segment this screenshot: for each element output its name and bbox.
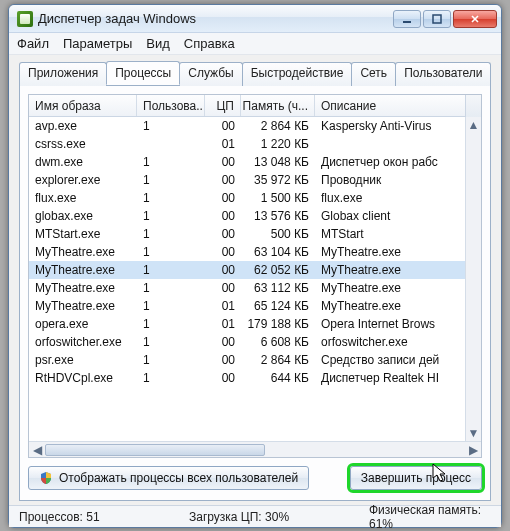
menu-file[interactable]: Файл — [17, 36, 49, 51]
horizontal-scrollbar[interactable]: ◀ ▶ — [29, 441, 481, 457]
cell-cpu: 00 — [205, 371, 241, 385]
cell-cpu: 00 — [205, 227, 241, 241]
col-image[interactable]: Имя образа — [29, 95, 137, 116]
cell-mem: 13 576 КБ — [241, 209, 315, 223]
col-user[interactable]: Пользова... — [137, 95, 205, 116]
cell-desc: flux.exe — [315, 191, 465, 205]
cell-desc: Проводник — [315, 173, 465, 187]
uac-shield-icon — [39, 471, 53, 485]
cell-img: MyTheatre.exe — [29, 281, 137, 295]
cell-desc: Opera Internet Brows — [315, 317, 465, 331]
menu-help[interactable]: Справка — [184, 36, 235, 51]
cell-user: 1 — [137, 281, 205, 295]
cell-cpu: 00 — [205, 281, 241, 295]
cell-mem: 2 864 КБ — [241, 119, 315, 133]
status-cpu: Загрузка ЦП: 30% — [189, 510, 339, 524]
cell-desc: MyTheatre.exe — [315, 281, 465, 295]
maximize-icon — [432, 14, 442, 24]
cell-img: flux.exe — [29, 191, 137, 205]
show-all-users-label: Отображать процессы всех пользователей — [59, 471, 298, 485]
cell-user: 1 — [137, 299, 205, 313]
cell-mem: 35 972 КБ — [241, 173, 315, 187]
table-row[interactable]: flux.exe1001 500 КБflux.exe — [29, 189, 481, 207]
panel-buttons: Отображать процессы всех пользователей З… — [28, 458, 482, 490]
menu-options[interactable]: Параметры — [63, 36, 132, 51]
end-process-button[interactable]: Завершить процесс — [350, 466, 482, 490]
hscroll-thumb[interactable] — [45, 444, 265, 456]
table-row[interactable]: psr.exe1002 864 КБСредство записи дей — [29, 351, 481, 369]
table-row[interactable]: orfoswitcher.exe1006 608 КБorfoswitcher.… — [29, 333, 481, 351]
status-processes: Процессов: 51 — [19, 510, 159, 524]
tab-services[interactable]: Службы — [179, 62, 242, 86]
maximize-button[interactable] — [423, 10, 451, 28]
tab-performance[interactable]: Быстродействие — [242, 62, 353, 86]
menubar: Файл Параметры Вид Справка — [9, 33, 501, 55]
table-row[interactable]: csrss.exe011 220 КБ — [29, 135, 481, 153]
scroll-left-icon[interactable]: ◀ — [29, 442, 45, 458]
col-memory[interactable]: Память (ч... — [241, 95, 315, 116]
cell-img: csrss.exe — [29, 137, 137, 151]
table-row[interactable]: MyTheatre.exe10165 124 КБMyTheatre.exe — [29, 297, 481, 315]
table-row[interactable]: MyTheatre.exe10063 112 КБMyTheatre.exe — [29, 279, 481, 297]
status-bar: Процессов: 51 Загрузка ЦП: 30% Физическа… — [9, 505, 501, 527]
col-description[interactable]: Описание — [315, 95, 465, 116]
col-cpu[interactable]: ЦП — [205, 95, 241, 116]
cell-cpu: 00 — [205, 155, 241, 169]
table-row[interactable]: MyTheatre.exe10063 104 КБMyTheatre.exe — [29, 243, 481, 261]
cell-cpu: 00 — [205, 191, 241, 205]
cell-mem: 65 124 КБ — [241, 299, 315, 313]
minimize-button[interactable] — [393, 10, 421, 28]
cell-mem: 500 КБ — [241, 227, 315, 241]
cell-img: avp.exe — [29, 119, 137, 133]
cell-cpu: 00 — [205, 353, 241, 367]
vertical-scrollbar[interactable]: ▲ ▼ — [465, 117, 481, 441]
cell-cpu: 00 — [205, 209, 241, 223]
cell-img: dwm.exe — [29, 155, 137, 169]
cell-mem: 63 112 КБ — [241, 281, 315, 295]
cell-img: RtHDVCpl.exe — [29, 371, 137, 385]
cell-user: 1 — [137, 191, 205, 205]
column-headers: Имя образа Пользова... ЦП Память (ч... О… — [29, 95, 465, 117]
cell-desc: Globax client — [315, 209, 465, 223]
cell-img: orfoswitcher.exe — [29, 335, 137, 349]
cell-mem: 13 048 КБ — [241, 155, 315, 169]
cell-img: MyTheatre.exe — [29, 245, 137, 259]
tab-processes[interactable]: Процессы — [106, 61, 180, 85]
scroll-right-icon[interactable]: ▶ — [465, 442, 481, 458]
menu-view[interactable]: Вид — [146, 36, 170, 51]
cell-cpu: 01 — [205, 317, 241, 331]
scroll-track[interactable] — [466, 133, 481, 425]
table-row[interactable]: globax.exe10013 576 КБGlobax client — [29, 207, 481, 225]
cell-user: 1 — [137, 119, 205, 133]
process-rows[interactable]: avp.exe1002 864 КБKaspersky Anti-Viruscs… — [29, 117, 481, 441]
table-row[interactable]: MyTheatre.exe10062 052 КБMyTheatre.exe — [29, 261, 481, 279]
scroll-up-icon[interactable]: ▲ — [466, 117, 482, 133]
cell-img: explorer.exe — [29, 173, 137, 187]
cell-desc: Kaspersky Anti-Virus — [315, 119, 465, 133]
cell-desc: Средство записи дей — [315, 353, 465, 367]
table-row[interactable]: opera.exe101179 188 КБOpera Internet Bro… — [29, 315, 481, 333]
table-row[interactable]: RtHDVCpl.exe100644 КБДиспетчер Realtek H… — [29, 369, 481, 387]
app-icon — [17, 11, 33, 27]
tab-network[interactable]: Сеть — [351, 62, 396, 86]
cell-user: 1 — [137, 173, 205, 187]
cell-cpu: 01 — [205, 137, 241, 151]
close-button[interactable] — [453, 10, 497, 28]
cell-desc: orfoswitcher.exe — [315, 335, 465, 349]
table-row[interactable]: MTStart.exe100500 КБMTStart — [29, 225, 481, 243]
cell-user: 1 — [137, 317, 205, 331]
table-row[interactable]: avp.exe1002 864 КБKaspersky Anti-Virus — [29, 117, 481, 135]
cell-user: 1 — [137, 335, 205, 349]
cell-cpu: 01 — [205, 299, 241, 313]
show-all-users-button[interactable]: Отображать процессы всех пользователей — [28, 466, 309, 490]
table-row[interactable]: dwm.exe10013 048 КБДиспетчер окон рабс — [29, 153, 481, 171]
cell-cpu: 00 — [205, 263, 241, 277]
cell-user: 1 — [137, 371, 205, 385]
close-icon — [470, 14, 480, 24]
scroll-down-icon[interactable]: ▼ — [466, 425, 482, 441]
titlebar[interactable]: Диспетчер задач Windows — [9, 5, 501, 33]
table-row[interactable]: explorer.exe10035 972 КБПроводник — [29, 171, 481, 189]
tab-users[interactable]: Пользователи — [395, 62, 491, 86]
process-list: Имя образа Пользова... ЦП Память (ч... О… — [28, 94, 482, 458]
tab-applications[interactable]: Приложения — [19, 62, 107, 86]
